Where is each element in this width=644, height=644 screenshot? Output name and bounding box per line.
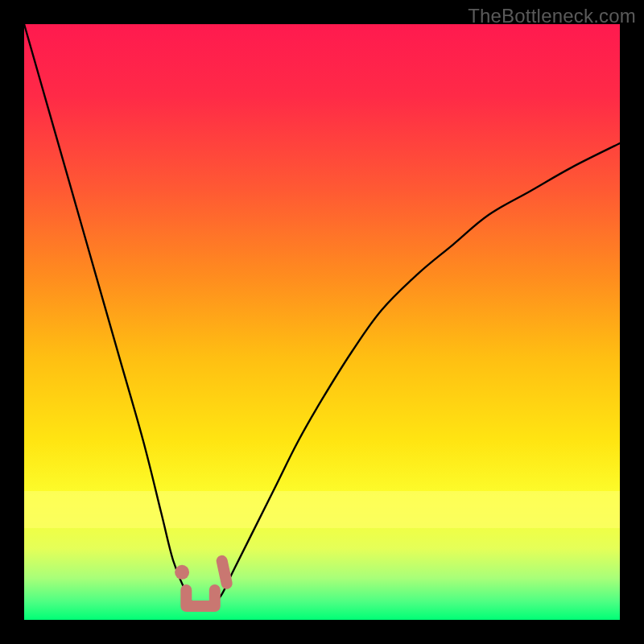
bottleneck-curve xyxy=(24,24,620,620)
svg-point-2 xyxy=(175,565,189,580)
plot-area xyxy=(24,24,620,620)
chart-frame: TheBottleneck.com xyxy=(0,0,644,644)
watermark-text: TheBottleneck.com xyxy=(468,5,636,27)
